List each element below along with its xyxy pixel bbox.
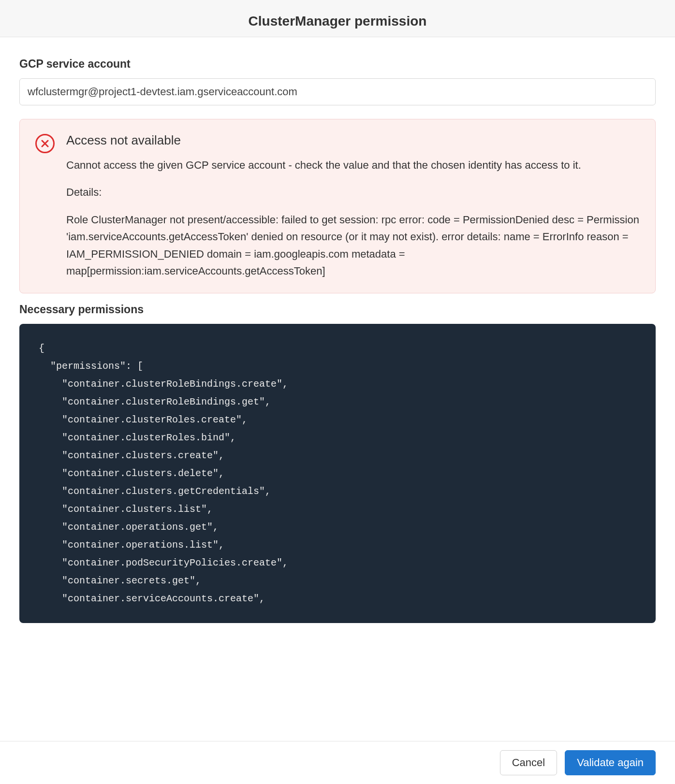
- dialog-footer: Cancel Validate again: [0, 741, 675, 784]
- error-body: Access not available Cannot access the g…: [66, 133, 640, 279]
- error-details: Role ClusterManager not present/accessib…: [66, 211, 640, 279]
- dialog-title: ClusterManager permission: [0, 14, 675, 29]
- dialog-header: ClusterManager permission: [0, 0, 675, 37]
- service-account-label: GCP service account: [19, 58, 656, 71]
- service-account-input[interactable]: [19, 78, 656, 105]
- permissions-code-block: { "permissions": [ "container.clusterRol…: [19, 324, 656, 623]
- error-message: Cannot access the given GCP service acco…: [66, 157, 640, 174]
- error-alert: Access not available Cannot access the g…: [19, 119, 656, 293]
- error-details-label: Details:: [66, 186, 640, 199]
- error-title: Access not available: [66, 133, 640, 148]
- cancel-button[interactable]: Cancel: [500, 750, 557, 775]
- dialog-content: GCP service account Access not available…: [0, 37, 675, 741]
- permissions-label: Necessary permissions: [19, 303, 656, 316]
- validate-again-button[interactable]: Validate again: [565, 750, 656, 775]
- error-icon: [35, 134, 55, 153]
